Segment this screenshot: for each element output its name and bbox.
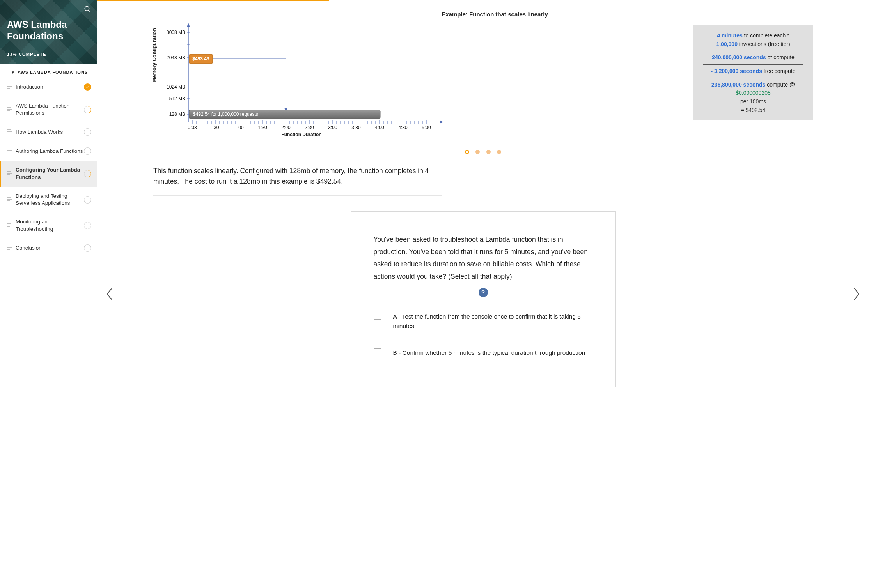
nav-status-icon	[82, 104, 93, 115]
sidebar-item-2[interactable]: How Lambda Works	[0, 122, 97, 142]
calculation-box: 4 minutes to complete each *1,00,000 inv…	[693, 25, 813, 120]
chart-title: Example: Function that scales linearly	[177, 11, 813, 18]
nav-status-icon	[82, 168, 93, 179]
svg-text:5:00: 5:00	[422, 125, 431, 130]
nav-status-icon	[84, 196, 91, 204]
nav-status-icon	[84, 128, 91, 136]
quiz-question: You've been asked to troubleshoot a Lamb…	[374, 234, 593, 283]
svg-line-1	[89, 10, 90, 12]
svg-point-0	[85, 6, 89, 11]
sidebar-item-0[interactable]: Introduction	[0, 78, 97, 97]
nav-item-label: Monitoring and Troubleshooting	[16, 218, 84, 232]
question-icon: ?	[479, 288, 488, 297]
svg-text:1:30: 1:30	[258, 125, 267, 130]
nav-list: IntroductionAWS Lambda Function Permissi…	[0, 78, 97, 258]
svg-text:2:00: 2:00	[281, 125, 291, 130]
main: Example: Function that scales linearly M…	[97, 0, 869, 588]
search-icon[interactable]	[84, 5, 91, 14]
progress-text: 13% COMPLETE	[7, 52, 90, 57]
svg-text:3:00: 3:00	[328, 125, 337, 130]
svg-text:2048 MB: 2048 MB	[167, 55, 185, 60]
app-root: AWS Lambda Foundations 13% COMPLETE ▼AWS…	[0, 0, 869, 588]
progress-divider	[7, 48, 90, 48]
svg-text:3008 MB: 3008 MB	[167, 30, 185, 35]
nav-item-label: Deploying and Testing Serverless Applica…	[16, 193, 84, 207]
checkbox-b[interactable]	[374, 348, 381, 356]
prev-page-arrow[interactable]	[97, 0, 122, 588]
page-progress-bar	[97, 0, 329, 1]
pager-dot-3[interactable]	[486, 150, 491, 154]
svg-text:1:00: 1:00	[234, 125, 244, 130]
section-heading[interactable]: ▼AWS LAMBDA FOUNDATIONS	[0, 64, 97, 78]
chart-svg: 3008 MB 2048 MB 1024 MB 512 MB 128 MB	[153, 21, 458, 138]
carousel-pager	[153, 149, 813, 156]
svg-text:4:30: 4:30	[398, 125, 408, 130]
svg-marker-28	[187, 23, 190, 27]
svg-text:4:00: 4:00	[375, 125, 384, 130]
svg-text::30: :30	[213, 125, 219, 130]
course-title: AWS Lambda Foundations	[7, 19, 90, 42]
pager-dot-2[interactable]	[475, 150, 480, 154]
quiz-option-a[interactable]: A - Test the function from the console o…	[374, 312, 593, 330]
list-icon	[7, 148, 12, 154]
svg-text:3:30: 3:30	[351, 125, 361, 130]
svg-text:0:03: 0:03	[188, 125, 197, 130]
sidebar-item-6[interactable]: Monitoring and Troubleshooting	[0, 213, 97, 238]
sidebar-item-3[interactable]: Authoring Lambda Functions	[0, 142, 97, 161]
content-scroll[interactable]: Example: Function that scales linearly M…	[122, 0, 844, 588]
svg-text:128 MB: 128 MB	[169, 112, 185, 117]
quiz-option-b[interactable]: B - Confirm whether 5 minutes is the typ…	[374, 348, 593, 357]
sidebar-item-1[interactable]: AWS Lambda Function Permissions	[0, 97, 97, 122]
chart-description: This function scales linearly. Configure…	[153, 166, 442, 196]
list-icon	[7, 129, 12, 135]
nav-status-icon	[84, 83, 91, 91]
sidebar-item-7[interactable]: Conclusion	[0, 239, 97, 258]
nav-item-label: Conclusion	[16, 244, 84, 251]
nav-item-label: Introduction	[16, 83, 84, 90]
nav-status-icon	[84, 244, 91, 252]
svg-text:2:30: 2:30	[305, 125, 314, 130]
svg-text:Function Duration: Function Duration	[281, 132, 321, 137]
pager-dot-1[interactable]	[465, 150, 469, 154]
list-icon	[7, 245, 12, 251]
svg-text:$492.54 for 1,000,000 requests: $492.54 for 1,000,000 requests	[193, 112, 258, 117]
quiz-option-a-text: A - Test the function from the console o…	[393, 312, 593, 330]
list-icon	[7, 223, 12, 228]
list-icon	[7, 84, 12, 90]
list-icon	[7, 107, 12, 113]
list-icon	[7, 171, 12, 177]
svg-text:1024 MB: 1024 MB	[167, 84, 185, 90]
nav-item-label: How Lambda Works	[16, 129, 84, 136]
nav-item-label: Authoring Lambda Functions	[16, 148, 84, 155]
svg-text:$493.43: $493.43	[192, 56, 209, 62]
pager-dot-4[interactable]	[497, 150, 501, 154]
list-icon	[7, 197, 12, 203]
sidebar-item-5[interactable]: Deploying and Testing Serverless Applica…	[0, 187, 97, 213]
quiz-card: You've been asked to troubleshoot a Lamb…	[351, 211, 616, 387]
next-page-arrow[interactable]	[844, 0, 869, 588]
sidebar-header: AWS Lambda Foundations 13% COMPLETE	[0, 0, 97, 64]
sidebar: AWS Lambda Foundations 13% COMPLETE ▼AWS…	[0, 0, 97, 588]
nav-status-icon	[84, 222, 91, 229]
chart-wrap: Memory Configuration 3008 MB 2048 MB 102…	[153, 21, 813, 138]
svg-marker-29	[440, 120, 443, 124]
nav-item-label: AWS Lambda Function Permissions	[16, 103, 84, 117]
sidebar-item-4[interactable]: Configuring Your Lambda Functions	[0, 161, 97, 186]
quiz-divider: ?	[374, 292, 593, 292]
svg-text:512 MB: 512 MB	[169, 96, 185, 101]
nav-status-icon	[84, 147, 91, 155]
nav-item-label: Configuring Your Lambda Functions	[16, 166, 84, 181]
quiz-option-b-text: B - Confirm whether 5 minutes is the typ…	[393, 348, 585, 357]
checkbox-a[interactable]	[374, 312, 381, 320]
